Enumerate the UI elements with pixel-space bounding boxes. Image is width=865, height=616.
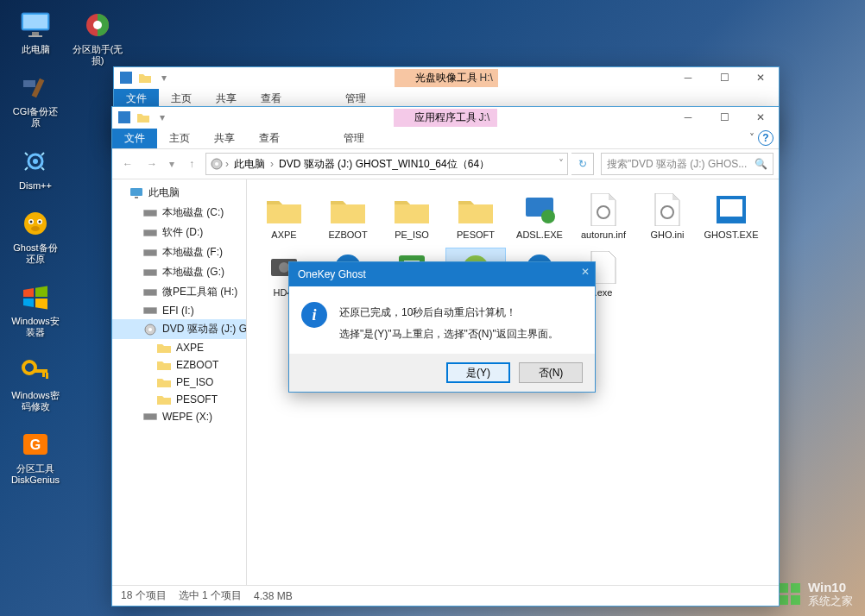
nav-tree[interactable]: 此电脑本地磁盘 (C:)软件 (D:)本地磁盘 (F:)本地磁盘 (G:)微PE… [112, 179, 247, 585]
nav-back-button[interactable]: ← [117, 154, 138, 174]
maximize-button[interactable]: ☐ [706, 107, 742, 128]
exe-adsl-icon [521, 193, 559, 226]
diskgenius-icon: G [18, 428, 53, 461]
tree-item[interactable]: PE_ISO [112, 374, 246, 391]
tree-item-label: 此电脑 [148, 185, 180, 200]
app-icon [117, 110, 132, 125]
desktop-icon-cgi-backup[interactable]: CGI备份还原 [9, 71, 62, 129]
tree-item-label: 微PE工具箱 (H:) [162, 285, 237, 299]
tree-item-label: WEPE (X:) [162, 411, 212, 423]
svg-rect-22 [120, 72, 132, 84]
desktop-icon-win-installer[interactable]: Windows安装器 [9, 280, 62, 338]
desktop-icon-dismpp[interactable]: Dism++ [9, 145, 62, 192]
tree-item[interactable]: AXPE [112, 339, 246, 356]
chevron-right-icon[interactable]: › [270, 158, 274, 170]
minimize-button[interactable]: ─ [670, 67, 706, 88]
svg-rect-2 [32, 32, 39, 35]
file-item[interactable]: PE_ISO [382, 190, 442, 244]
ribbon-share-tab[interactable]: 共享 [202, 129, 247, 148]
minimize-button[interactable]: ─ [670, 107, 706, 128]
dialog-message: 还原已完成，10秒后自动重启计算机！ 选择"是(Y)"马上重启，选择"否(N)"… [339, 302, 559, 345]
dialog-line1: 还原已完成，10秒后自动重启计算机！ [339, 302, 559, 324]
tree-item[interactable]: 本地磁盘 (C:) [112, 203, 246, 223]
breadcrumb-segment[interactable]: 此电脑 [230, 155, 268, 173]
svg-point-8 [24, 212, 47, 235]
chevron-right-icon[interactable]: › [225, 158, 229, 170]
nav-history-dropdown[interactable]: ▾ [166, 154, 178, 174]
file-item[interactable]: PESOFT [445, 190, 506, 244]
desktop-icons-col1: 此电脑 CGI备份还原 Dism++ Ghost备份还原 Windows安装器 … [9, 9, 62, 486]
ini-icon [648, 193, 686, 226]
nav-up-button[interactable]: ↑ [181, 154, 202, 174]
svg-rect-61 [779, 595, 788, 605]
breadcrumb[interactable]: › 此电脑 › DVD 驱动器 (J:) GHOST_WIN10_64位（64）… [205, 153, 568, 175]
ribbon-home-tab[interactable]: 主页 [157, 129, 202, 148]
ribbon-manage-tab[interactable]: 管理 [331, 129, 376, 148]
refresh-button[interactable]: ↻ [571, 153, 594, 175]
qat-dropdown-icon[interactable]: ▾ [155, 110, 170, 125]
inf-icon [584, 193, 622, 226]
folder-qat-icon[interactable] [136, 110, 151, 125]
tree-item[interactable]: PESOFT [112, 391, 246, 408]
folder-qat-icon[interactable] [137, 70, 153, 85]
breadcrumb-segment[interactable]: DVD 驱动器 (J:) GHOST_WIN10_64位（64） [275, 155, 493, 173]
ribbon-view-tab[interactable]: 查看 [247, 129, 292, 148]
search-input[interactable]: 搜索"DVD 驱动器 (J:) GHOS... 🔍 [601, 153, 773, 175]
tree-item[interactable]: 此电脑 [112, 183, 246, 203]
svg-point-13 [31, 226, 40, 231]
dialog-titlebar[interactable]: OneKey Ghost ✕ [289, 262, 595, 286]
breadcrumb-dropdown-icon[interactable]: ˅ [559, 158, 564, 170]
ribbon-file-tab[interactable]: 文件 [112, 129, 157, 148]
file-item[interactable]: GHO.ini [637, 190, 698, 244]
tree-item[interactable]: EFI (I:) [112, 302, 246, 319]
tree-item[interactable]: DVD 驱动器 (J:) GH [112, 319, 246, 339]
windows-logo-icon [18, 280, 53, 313]
titlebar-front[interactable]: ▾ 应用程序工具 J:\ ─ ☐ ✕ [112, 107, 779, 128]
svg-rect-37 [144, 290, 156, 295]
desktop-icon-diskgenius[interactable]: G 分区工具 DiskGenius [9, 428, 62, 486]
pc-icon [129, 187, 143, 199]
titlebar-back[interactable]: ▾ 光盘映像工具 H:\ ─ ☐ ✕ [114, 67, 779, 88]
file-item[interactable]: ADSL.EXE [509, 190, 570, 244]
nav-bar: ← → ▾ ↑ › 此电脑 › DVD 驱动器 (J:) GHOST_WIN10… [112, 149, 779, 179]
desktop-icon-label: 分区助手(无损) [71, 44, 124, 66]
disk-icon [143, 411, 157, 423]
maximize-button[interactable]: ☐ [706, 67, 742, 88]
svg-rect-62 [791, 595, 800, 605]
disk-icon [143, 305, 157, 317]
file-item[interactable]: GHOST.EXE [701, 190, 761, 244]
close-button[interactable]: ✕ [742, 67, 779, 88]
svg-rect-27 [135, 197, 138, 198]
file-item[interactable]: EZBOOT [318, 190, 378, 244]
file-label: .exe [595, 287, 613, 299]
status-selected: 选中 1 个项目 [179, 588, 242, 603]
nav-forward-button[interactable]: → [142, 154, 162, 174]
close-button[interactable]: ✕ [742, 107, 779, 128]
desktop-icons-col2: 分区助手(无损) [71, 9, 124, 66]
file-item[interactable]: AXPE [254, 190, 314, 244]
dialog-close-button[interactable]: ✕ [581, 266, 590, 278]
window-controls-front: ─ ☐ ✕ [670, 107, 779, 128]
tree-item[interactable]: 本地磁盘 (F:) [112, 242, 246, 262]
tree-item[interactable]: 本地磁盘 (G:) [112, 262, 246, 282]
tree-item[interactable]: WEPE (X:) [112, 408, 246, 425]
desktop-icon-ghost-backup[interactable]: Ghost备份还原 [9, 207, 62, 265]
desktop-icon-partition-assistant[interactable]: 分区助手(无损) [71, 9, 124, 66]
desktop-icon-this-pc[interactable]: 此电脑 [9, 9, 62, 55]
tree-item[interactable]: 微PE工具箱 (H:) [112, 282, 246, 302]
desktop-icon-label: Ghost备份还原 [9, 242, 62, 265]
desktop-icon-label: 此电脑 [22, 44, 50, 55]
svg-rect-3 [28, 35, 42, 37]
desktop-icon-win-password[interactable]: Windows密码修改 [9, 355, 62, 412]
ribbon-help-icon[interactable]: ? [758, 130, 773, 146]
desktop-icon-label: Windows密码修改 [9, 390, 62, 412]
file-item[interactable]: autorun.inf [573, 190, 634, 244]
dialog-no-button[interactable]: 否(N) [519, 362, 583, 383]
tree-item[interactable]: EZBOOT [112, 356, 246, 374]
ribbon-chevron-down-icon[interactable]: ˅ [749, 132, 755, 144]
qat-dropdown-icon[interactable]: ▾ [156, 70, 172, 85]
dialog-yes-button[interactable]: 是(Y) [446, 362, 510, 383]
svg-rect-15 [34, 369, 47, 373]
tree-item[interactable]: 软件 (D:) [112, 223, 246, 242]
svg-rect-29 [144, 211, 156, 216]
